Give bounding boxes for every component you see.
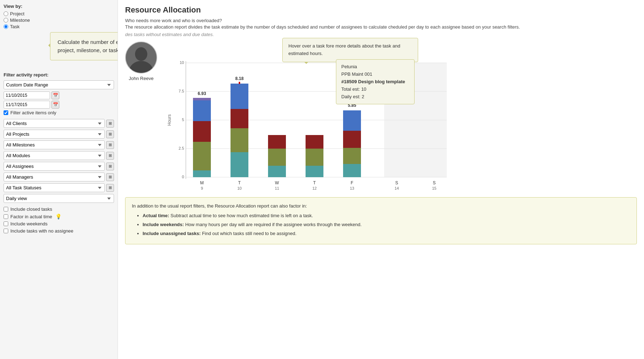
factor-time-checkbox[interactable] <box>4 214 8 219</box>
task-tooltip: Petunia PPB Maint 001 #18509 Design blog… <box>336 59 415 104</box>
x-date-15: 15 <box>432 186 436 190</box>
no-assignee-label: Include tasks with no assignee <box>10 228 73 234</box>
managers-grid-icon[interactable]: ⊞ <box>106 173 114 181</box>
bar-t10-blue <box>231 84 248 109</box>
x-date-14: 14 <box>395 186 399 190</box>
modules-filter-row: All Modules ⊞ <box>4 151 114 160</box>
view-by-project-label: Project <box>10 11 24 16</box>
chart-hover-tooltip-text: Hover over a task fore more details abou… <box>288 43 400 56</box>
assignees-grid-icon[interactable]: ⊞ <box>106 163 114 170</box>
view-by-project-radio[interactable] <box>4 11 8 16</box>
closed-tasks-row: Include closed tasks <box>4 206 114 212</box>
x-label-s15: S <box>433 180 436 185</box>
task-tooltip-total: Total est: 10 <box>341 86 409 93</box>
clients-filter-row: All Clients ⊞ <box>4 119 114 128</box>
bar-t10-green <box>231 128 248 152</box>
end-date-calendar-icon[interactable]: 📅 <box>51 101 59 109</box>
task-tooltip-subproject: PPB Maint 001 <box>341 71 409 78</box>
date-range-select[interactable]: Custom Date Range This Week Last Week Th… <box>4 80 114 89</box>
bar-chart: Hours 10 7.5 5 2.5 0 <box>164 41 475 191</box>
page-note: des tasks without estimates and due date… <box>125 32 637 37</box>
bar-t12-teal <box>306 166 323 177</box>
modules-grid-icon[interactable]: ⊞ <box>106 152 114 160</box>
task-statuses-select[interactable]: All Task Statuses <box>4 183 105 192</box>
view-by-tooltip: Calculate the number of estimated hours … <box>50 32 118 60</box>
date-range-group: Custom Date Range This Week Last Week Th… <box>4 80 114 89</box>
bar-w11-green <box>268 149 286 166</box>
task-statuses-grid-icon[interactable]: ⊞ <box>106 184 114 192</box>
x-date-13: 13 <box>350 186 354 190</box>
view-by-task-radio[interactable] <box>4 24 8 29</box>
clients-select[interactable]: All Clients <box>4 119 105 128</box>
bar-m9-label: 6.93 <box>198 91 206 96</box>
bar-m9-blue <box>193 100 211 121</box>
assignees-select[interactable]: All Assignees <box>4 162 105 171</box>
start-date-row: 📅 <box>4 91 114 99</box>
x-label-f: F <box>351 180 353 185</box>
projects-select[interactable]: All Projects <box>4 130 105 139</box>
bar-t12-green <box>306 149 323 166</box>
task-tooltip-project: Petunia <box>341 63 409 71</box>
bar-f13-teal <box>343 164 361 177</box>
filter-active-checkbox[interactable] <box>4 110 8 115</box>
bar-w11-teal <box>268 166 286 177</box>
bar-m9-purple <box>193 98 211 100</box>
milestones-grid-icon[interactable]: ⊞ <box>106 141 114 149</box>
view-by-milestone-radio[interactable] <box>4 18 8 23</box>
factor-time-row: Factor in actual time 💡 <box>4 214 114 219</box>
include-weekends-checkbox[interactable] <box>4 221 8 226</box>
x-label-s14: S <box>395 180 398 185</box>
chart-container: Hover over a task fore more details abou… <box>164 41 637 191</box>
closed-tasks-checkbox[interactable] <box>4 207 8 211</box>
view-by-section: View by: Project Milestone Task Calculat… <box>4 4 114 29</box>
daily-view-group: Daily view <box>4 194 114 203</box>
end-date-row: 📅 <box>4 101 114 109</box>
view-by-task-label: Task <box>10 24 20 29</box>
projects-grid-icon[interactable]: ⊞ <box>106 130 114 138</box>
no-assignee-checkbox[interactable] <box>4 229 8 233</box>
closed-tasks-label: Include closed tasks <box>10 206 52 212</box>
y-axis-label: Hours <box>167 114 172 126</box>
x-date-9: 9 <box>201 186 203 190</box>
clients-grid-icon[interactable]: ⊞ <box>106 120 114 128</box>
view-by-label: View by: <box>4 4 114 9</box>
x-date-10: 10 <box>237 186 242 190</box>
view-by-milestone[interactable]: Milestone <box>4 18 114 23</box>
info-box-intro: In addition to the usual report filters,… <box>132 203 630 210</box>
end-date-input[interactable] <box>4 101 50 109</box>
avatar <box>125 41 157 74</box>
managers-select[interactable]: All Managers <box>4 173 105 181</box>
modules-select[interactable]: All Modules <box>4 151 105 160</box>
bar-f13-green <box>343 148 361 164</box>
x-label-w: W <box>275 180 279 185</box>
info-box-item-2-bold: Include weekends: <box>143 222 184 227</box>
x-label-m: M <box>200 180 204 185</box>
projects-filter-row: All Projects ⊞ <box>4 130 114 139</box>
bar-m9-red <box>193 121 211 142</box>
milestones-filter-row: All Milestones ⊞ <box>4 140 114 149</box>
info-box: In addition to the usual report filters,… <box>125 197 637 244</box>
light-bulb-icon: 💡 <box>55 214 61 219</box>
chart-area: John Reeve Hover over a task fore more d… <box>125 41 637 191</box>
x-date-12: 12 <box>312 186 317 190</box>
info-box-item-3: Include unassigned tasks: Find out which… <box>143 230 630 238</box>
svg-text:0: 0 <box>182 175 184 179</box>
info-box-item-3-bold: Include unassigned tasks: <box>143 231 201 236</box>
x-date-11: 11 <box>275 186 279 190</box>
bar-t10-teal <box>231 152 248 177</box>
task-tooltip-daily: Daily est: 2 <box>341 93 409 101</box>
start-date-calendar-icon[interactable]: 📅 <box>51 91 59 99</box>
info-box-item-1: Actual time: Subtract actual time to see… <box>143 212 630 220</box>
start-date-input[interactable] <box>4 91 50 99</box>
milestones-select[interactable]: All Milestones <box>4 140 105 149</box>
managers-filter-row: All Managers ⊞ <box>4 173 114 181</box>
bar-m9-teal <box>193 170 211 177</box>
filter-active-label: Filter active items only <box>10 110 56 115</box>
avatar-svg <box>126 41 157 74</box>
view-by-project[interactable]: Project <box>4 11 114 16</box>
info-box-item-1-bold: Actual time: <box>143 213 169 218</box>
view-by-task[interactable]: Task <box>4 24 114 29</box>
info-box-item-3-text: Find out which tasks still need to be as… <box>202 231 296 236</box>
daily-view-select[interactable]: Daily view <box>4 194 114 203</box>
info-box-item-1-text: Subtract actual time to see how much est… <box>170 213 313 218</box>
